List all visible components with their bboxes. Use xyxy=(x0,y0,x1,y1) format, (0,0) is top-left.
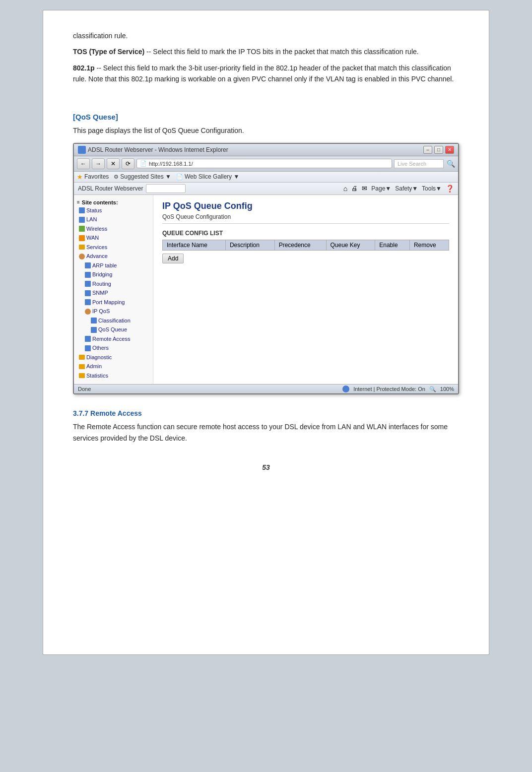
th-description: Description xyxy=(225,240,274,250)
doc-icon xyxy=(91,318,97,323)
favorites-button[interactable]: ★ Favorites xyxy=(77,173,109,181)
queue-config-list-label: QUEUE CONFIG LIST xyxy=(162,230,449,237)
queue-config-table: Interface Name Description Precedence Qu… xyxy=(162,240,449,251)
gear-icon: ⚙ xyxy=(114,174,119,180)
sidebar-item-arp[interactable]: ARP table xyxy=(74,261,153,270)
sidebar-item-advance[interactable]: Advance xyxy=(74,252,153,261)
main-page: classification rule. TOS (Type of Servic… xyxy=(43,10,489,655)
sidebar-item-bridging[interactable]: Bridging xyxy=(74,270,153,279)
window-controls[interactable]: – □ ✕ xyxy=(423,146,454,154)
print-icon[interactable]: 🖨 xyxy=(351,185,358,192)
th-interface-name: Interface Name xyxy=(163,240,226,250)
sidebar-item-snmp[interactable]: SNMP xyxy=(74,288,153,298)
sidebar-label-statistics: Statistics xyxy=(86,372,108,380)
browser-window: ADSL Router Webserver - Windows Internet… xyxy=(73,143,459,395)
sidebar-label-snmp: SNMP xyxy=(92,289,108,297)
home-icon[interactable]: ⌂ xyxy=(343,185,347,193)
favorites-label: Favorites xyxy=(84,173,109,180)
search-input[interactable]: Live Search xyxy=(394,159,444,168)
tos-label: TOS (Type of Service) xyxy=(73,48,144,56)
browser-favbar: ★ Favorites ⚙ Suggested Sites ▼ 📄 Web Sl… xyxy=(74,172,458,183)
tos-dash: -- Select this field to mark the IP TOS … xyxy=(144,48,418,56)
browser-titlebar: ADSL Router Webserver - Windows Internet… xyxy=(74,144,458,156)
toolbar-right: ⌂ 🖨 ✉ Page▼ Safety▼ Tools▼ ❓ xyxy=(343,185,454,193)
sidebar-item-ipqos[interactable]: IP QoS xyxy=(74,307,153,316)
sidebar-item-qosqueue[interactable]: QoS Queue xyxy=(74,325,153,334)
zoom-level-text: 100% xyxy=(440,386,454,392)
tools-menu-button[interactable]: Tools▼ xyxy=(422,185,442,192)
site-contents-label: Site contents: xyxy=(82,199,118,205)
doc-icon xyxy=(85,299,91,305)
tools-menu-label: Tools▼ xyxy=(422,185,442,192)
sidebar-item-wireless[interactable]: Wireless xyxy=(74,224,153,234)
sidebar-label-classification: Classification xyxy=(98,317,131,325)
sidebar-label-remoteaccess: Remote Access xyxy=(92,335,130,343)
sidebar-item-others[interactable]: Others xyxy=(74,343,153,353)
browser-toolsbar: ADSL Router Webserver ⌂ 🖨 ✉ Page▼ Safety… xyxy=(74,183,458,195)
url-icon: 📄 xyxy=(140,160,147,167)
sidebar-label-others: Others xyxy=(92,344,109,352)
help-icon[interactable]: ❓ xyxy=(446,185,454,193)
adsl-router-label: ADSL Router Webserver xyxy=(78,185,143,192)
url-text: http://192.168.1.1/ xyxy=(149,161,193,167)
sidebar-label-bridging: Bridging xyxy=(92,270,112,279)
doc-icon xyxy=(85,262,91,268)
sidebar-item-statistics[interactable]: Statistics xyxy=(74,371,153,381)
folder-icon xyxy=(79,364,85,369)
nav-right-icons: Live Search 🔍 xyxy=(394,159,455,168)
doc-icon xyxy=(85,272,91,278)
sidebar-item-classification[interactable]: Classification xyxy=(74,316,153,325)
sidebar-item-lan[interactable]: LAN xyxy=(74,215,153,224)
refresh-button[interactable]: ⟳ xyxy=(122,158,134,169)
para1-text: classification rule. xyxy=(73,32,128,40)
th-precedence: Precedence xyxy=(274,240,326,250)
web-slice-icon: 📄 xyxy=(176,174,183,180)
p802-label: 802.1p xyxy=(73,64,95,72)
qos-subtitle: QoS Queue Configuration xyxy=(162,213,449,224)
folder-icon xyxy=(79,245,85,250)
tos-paragraph: TOS (Type of Service) -- Select this fie… xyxy=(73,46,459,57)
close-button[interactable]: ✕ xyxy=(445,146,454,154)
forward-button[interactable]: → xyxy=(92,158,105,169)
page-menu-label: Page▼ xyxy=(371,185,391,192)
toolbar-search-input[interactable] xyxy=(146,184,186,193)
sidebar-item-status[interactable]: Status xyxy=(74,206,153,215)
sidebar-item-diagnostic[interactable]: Diagnostic xyxy=(74,353,153,362)
sidebar-item-wan[interactable]: WAN xyxy=(74,233,153,243)
sidebar-item-admin[interactable]: Admin xyxy=(74,362,153,371)
safety-menu-button[interactable]: Safety▼ xyxy=(395,185,418,192)
folder-icon xyxy=(79,355,85,360)
zoom-icon: 🔍 xyxy=(429,386,436,392)
list-icon: ≡ xyxy=(77,199,80,205)
add-button[interactable]: Add xyxy=(162,254,184,263)
sidebar-label-ipqos: IP QoS xyxy=(92,307,110,316)
sidebar-item-routing[interactable]: Routing xyxy=(74,279,153,289)
stop-button[interactable]: ✕ xyxy=(107,158,120,169)
sidebar-item-services[interactable]: Services xyxy=(74,243,153,252)
sidebar-label-services: Services xyxy=(86,243,107,252)
browser-statusbar: Done Internet | Protected Mode: On 🔍 100… xyxy=(74,384,458,393)
sidebar-label-qosqueue: QoS Queue xyxy=(98,325,127,334)
titlebar-left: ADSL Router Webserver - Windows Internet… xyxy=(78,146,228,154)
remote-access-heading: 3.7.7 Remote Access xyxy=(73,409,459,417)
suggested-sites-button[interactable]: ⚙ Suggested Sites ▼ xyxy=(114,173,171,180)
page-menu-button[interactable]: Page▼ xyxy=(371,185,391,192)
web-slice-label: Web Slice Gallery ▼ xyxy=(185,173,239,180)
address-bar[interactable]: 📄 http://192.168.1.1/ xyxy=(136,159,392,168)
email-icon[interactable]: ✉ xyxy=(362,185,367,192)
suggested-sites-label: Suggested Sites ▼ xyxy=(120,173,171,180)
restore-button[interactable]: □ xyxy=(434,146,443,154)
safety-menu-label: Safety▼ xyxy=(395,185,418,192)
th-queue-key: Queue Key xyxy=(326,240,375,250)
status-left: Done xyxy=(78,386,91,392)
th-enable: Enable xyxy=(375,240,410,250)
web-slice-button[interactable]: 📄 Web Slice Gallery ▼ xyxy=(176,173,239,180)
sidebar-label-arp: ARP table xyxy=(92,261,117,270)
page-number: 53 xyxy=(73,463,459,471)
sidebar-item-remoteaccess[interactable]: Remote Access xyxy=(74,334,153,344)
back-button[interactable]: ← xyxy=(77,158,90,169)
sidebar-item-portmapping[interactable]: Port Mapping xyxy=(74,298,153,307)
minimize-button[interactable]: – xyxy=(423,146,432,154)
search-icon[interactable]: 🔍 xyxy=(447,160,455,168)
ip-qos-title: IP QoS Queue Config xyxy=(162,201,449,211)
